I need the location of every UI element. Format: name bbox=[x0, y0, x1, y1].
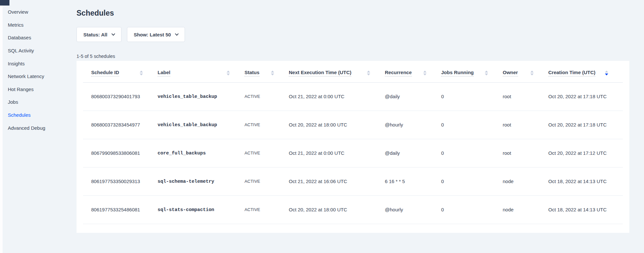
owner-cell: root bbox=[503, 139, 548, 167]
schedule-id-cell: 806800373283454977 bbox=[83, 111, 158, 139]
status-filter-label: Status: All bbox=[83, 32, 107, 37]
sort-icon[interactable] bbox=[530, 71, 534, 75]
next-execution-cell: Oct 20, 2022 at 18:00 UTC bbox=[289, 195, 385, 224]
recurrence-cell: @daily bbox=[385, 139, 441, 167]
status-filter-dropdown[interactable]: Status: All bbox=[77, 27, 121, 42]
next-execution-cell: Oct 21, 2022 at 0:00 UTC bbox=[289, 139, 385, 167]
jobs-running-cell: 0 bbox=[441, 139, 503, 167]
table-row: 806197753325486081 sql-stats-compaction … bbox=[83, 195, 623, 224]
status-cell: ACTIVE bbox=[245, 111, 289, 139]
sort-desc-active-icon[interactable] bbox=[605, 71, 608, 75]
recurrence-cell: @daily bbox=[385, 82, 441, 111]
creation-time-cell: Oct 18, 2022 at 14:13 UTC bbox=[548, 195, 623, 224]
schedule-label-cell: vehicles_table_backup bbox=[158, 82, 245, 111]
column-header-jobs-running[interactable]: Jobs Running bbox=[441, 61, 503, 82]
column-header-next-execution-time[interactable]: Next Execution Time (UTC) bbox=[289, 61, 385, 82]
column-header-label[interactable]: Status bbox=[245, 70, 259, 76]
creation-time-cell: Oct 20, 2022 at 17:18 UTC bbox=[548, 111, 623, 139]
jobs-running-cell: 0 bbox=[441, 195, 503, 224]
schedule-id-cell: 806197753350029313 bbox=[83, 167, 158, 195]
jobs-running-cell: 0 bbox=[441, 82, 503, 111]
column-header-schedule-id[interactable]: Schedule ID bbox=[83, 61, 158, 82]
sort-icon[interactable] bbox=[271, 71, 274, 75]
recurrence-cell: 6 16 * * 5 bbox=[385, 167, 441, 195]
status-cell: ACTIVE bbox=[245, 167, 289, 195]
jobs-running-cell: 0 bbox=[441, 111, 503, 139]
recurrence-cell: @hourly bbox=[385, 111, 441, 139]
status-cell: ACTIVE bbox=[245, 139, 289, 167]
show-filter-dropdown[interactable]: Show: Latest 50 bbox=[127, 27, 185, 42]
jobs-running-cell: 0 bbox=[441, 167, 503, 195]
schedule-label-cell: sql-schema-telemetry bbox=[158, 167, 245, 195]
schedule-label-cell: core_full_backups bbox=[158, 139, 245, 167]
sidebar-item-jobs[interactable]: Jobs bbox=[0, 96, 77, 109]
column-header-label[interactable]: Next Execution Time (UTC) bbox=[289, 70, 351, 76]
column-header-label[interactable]: Owner bbox=[503, 70, 518, 76]
schedule-label-cell: sql-stats-compaction bbox=[158, 195, 245, 224]
table-row: 806800373290401793 vehicles_table_backup… bbox=[83, 82, 623, 111]
sidebar-item-advanced-debug[interactable]: Advanced Debug bbox=[0, 121, 77, 134]
filter-bar: Status: All Show: Latest 50 bbox=[77, 27, 629, 42]
owner-cell: root bbox=[503, 82, 548, 111]
schedules-table: Schedule ID Label Stat bbox=[83, 61, 623, 224]
show-filter-label: Show: Latest 50 bbox=[134, 32, 171, 37]
column-header-label[interactable]: Jobs Running bbox=[441, 70, 474, 76]
status-cell: ACTIVE bbox=[245, 82, 289, 111]
sidebar-item-databases[interactable]: Databases bbox=[0, 31, 77, 44]
sidebar-item-sql-activity[interactable]: SQL Activity bbox=[0, 44, 77, 57]
column-header-status[interactable]: Status bbox=[245, 61, 289, 82]
results-count: 1-5 of 5 schedules bbox=[77, 54, 629, 59]
page-title: Schedules bbox=[77, 9, 629, 17]
sort-icon[interactable] bbox=[140, 71, 143, 75]
chevron-down-icon bbox=[111, 32, 115, 35]
column-header-label[interactable]: Schedule ID bbox=[91, 70, 119, 76]
creation-time-cell: Oct 18, 2022 at 14:13 UTC bbox=[548, 167, 623, 195]
table-header-row: Schedule ID Label Stat bbox=[83, 61, 623, 82]
sidebar: Overview Metrics Databases SQL Activity … bbox=[0, 0, 77, 233]
sort-icon[interactable] bbox=[485, 71, 488, 75]
main-content: Schedules Status: All Show: Latest 50 1-… bbox=[77, 0, 629, 233]
column-header-recurrence[interactable]: Recurrence bbox=[385, 61, 441, 82]
owner-cell: node bbox=[503, 195, 548, 224]
sidebar-item-network-latency[interactable]: Network Latency bbox=[0, 70, 77, 83]
sidebar-item-metrics[interactable]: Metrics bbox=[0, 19, 77, 32]
sidebar-item-hot-ranges[interactable]: Hot Ranges bbox=[0, 83, 77, 96]
column-header-label[interactable]: Creation Time (UTC) bbox=[548, 70, 595, 76]
table-row: 806197753350029313 sql-schema-telemetry … bbox=[83, 167, 623, 195]
sort-icon[interactable] bbox=[227, 71, 230, 75]
page-left-edge bbox=[0, 6, 3, 253]
column-header-label[interactable]: Label bbox=[158, 70, 170, 76]
column-header-label[interactable]: Recurrence bbox=[385, 70, 412, 76]
column-header-creation-time[interactable]: Creation Time (UTC) bbox=[548, 61, 623, 82]
window-corner-block bbox=[0, 0, 9, 6]
sort-icon[interactable] bbox=[367, 71, 370, 75]
column-header-label[interactable]: Label bbox=[158, 61, 245, 82]
page-layout: Overview Metrics Databases SQL Activity … bbox=[0, 0, 644, 233]
schedule-id-cell: 806799098533806081 bbox=[83, 139, 158, 167]
sidebar-item-overview[interactable]: Overview bbox=[0, 6, 77, 19]
sidebar-item-schedules[interactable]: Schedules bbox=[0, 109, 77, 122]
schedules-table-card: Schedule ID Label Stat bbox=[77, 61, 629, 233]
next-execution-cell: Oct 21, 2022 at 0:00 UTC bbox=[289, 82, 385, 111]
chevron-down-icon bbox=[175, 32, 178, 35]
recurrence-cell: @hourly bbox=[385, 195, 441, 224]
owner-cell: root bbox=[503, 111, 548, 139]
schedule-label-cell: vehicles_table_backup bbox=[158, 111, 245, 139]
creation-time-cell: Oct 20, 2022 at 17:12 UTC bbox=[548, 139, 623, 167]
next-execution-cell: Oct 20, 2022 at 18:00 UTC bbox=[289, 111, 385, 139]
creation-time-cell: Oct 20, 2022 at 17:18 UTC bbox=[548, 82, 623, 111]
sidebar-item-insights[interactable]: Insights bbox=[0, 57, 77, 70]
status-cell: ACTIVE bbox=[245, 195, 289, 224]
next-execution-cell: Oct 21, 2022 at 16:06 UTC bbox=[289, 167, 385, 195]
schedule-id-cell: 806800373290401793 bbox=[83, 82, 158, 111]
owner-cell: node bbox=[503, 167, 548, 195]
column-header-owner[interactable]: Owner bbox=[503, 61, 548, 82]
table-row: 806799098533806081 core_full_backups ACT… bbox=[83, 139, 623, 167]
sort-icon[interactable] bbox=[423, 71, 427, 75]
table-row: 806800373283454977 vehicles_table_backup… bbox=[83, 111, 623, 139]
schedule-id-cell: 806197753325486081 bbox=[83, 195, 158, 224]
